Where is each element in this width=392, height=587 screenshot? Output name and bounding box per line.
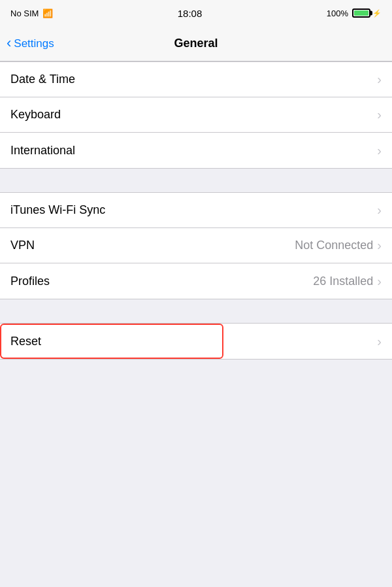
carrier-label: No SIM [10, 8, 39, 18]
settings-list-1: Date & Time › Keyboard › International › [0, 61, 392, 169]
settings-item-reset[interactable]: Reset › [0, 324, 392, 359]
status-bar: No SIM 📶 18:08 100% ⚡ [0, 0, 392, 26]
bottom-spacer [0, 360, 392, 587]
group-separator-1 [0, 169, 392, 192]
bolt-icon: ⚡ [372, 9, 382, 18]
profiles-label: Profiles [10, 275, 50, 288]
page-title: General [174, 37, 218, 50]
chevron-right-icon: › [377, 334, 382, 349]
settings-item-date-time[interactable]: Date & Time › [0, 62, 392, 97]
group-separator-2 [0, 299, 392, 323]
chevron-right-icon: › [377, 107, 382, 122]
status-time: 18:08 [178, 8, 203, 19]
chevron-right-icon: › [377, 274, 382, 289]
profiles-value: 26 Installed [313, 275, 373, 288]
settings-item-profiles[interactable]: Profiles 26 Installed › [0, 263, 392, 299]
itunes-wifi-sync-label: iTunes Wi-Fi Sync [10, 203, 105, 217]
chevron-right-icon: › [377, 72, 382, 87]
international-label: International [10, 144, 75, 158]
chevron-right-icon: › [377, 143, 382, 158]
nav-bar: ‹ Settings General [0, 26, 392, 61]
chevron-right-icon: › [377, 203, 382, 218]
back-chevron-icon: ‹ [7, 36, 11, 50]
settings-item-international[interactable]: International › [0, 133, 392, 168]
wifi-icon: 📶 [42, 8, 53, 18]
back-label: Settings [14, 37, 54, 50]
status-right: 100% ⚡ [327, 8, 382, 18]
vpn-label: VPN [10, 239, 35, 252]
settings-item-keyboard[interactable]: Keyboard › [0, 97, 392, 133]
battery-icon [352, 8, 370, 18]
keyboard-label: Keyboard [10, 108, 61, 122]
battery-container: ⚡ [352, 8, 382, 18]
vpn-value: Not Connected [295, 239, 373, 252]
status-left: No SIM 📶 [10, 8, 53, 18]
settings-list-3: Reset › [0, 323, 392, 360]
battery-percent: 100% [327, 8, 348, 18]
battery-fill [354, 10, 368, 16]
back-button[interactable]: ‹ Settings [7, 37, 54, 50]
chevron-right-icon: › [377, 238, 382, 253]
reset-label: Reset [10, 335, 41, 348]
date-time-label: Date & Time [10, 73, 75, 86]
settings-group-1: Date & Time › Keyboard › International › [0, 61, 392, 169]
settings-group-3: Reset › [0, 323, 392, 360]
settings-item-itunes-wifi-sync[interactable]: iTunes Wi-Fi Sync › [0, 193, 392, 228]
settings-item-vpn[interactable]: VPN Not Connected › [0, 228, 392, 263]
settings-list-2: iTunes Wi-Fi Sync › VPN Not Connected › … [0, 192, 392, 299]
settings-group-2: iTunes Wi-Fi Sync › VPN Not Connected › … [0, 192, 392, 299]
